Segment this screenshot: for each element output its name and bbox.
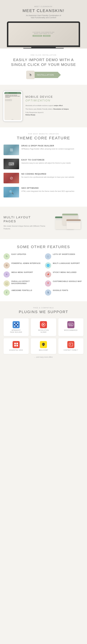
feature-desc-customize: Awesome easy-to-use options will adjust … <box>21 162 71 164</box>
svg-point-10 <box>43 344 43 344</box>
mockup-header-bar-3 <box>66 219 81 221</box>
feat-text-sticky: STICKY MENU INCLUDED <box>53 271 77 274</box>
hero-subtitle: MEET CLEANSKIN! <box>3 6 84 7</box>
feature-item-customize: ⌨ EASY TO CUSTOMIZE Awesome easy-to-use … <box>4 159 83 169</box>
feat-icon-googlemap: 📍 <box>45 280 51 286</box>
feat-item-admin: ⚙ POWERFUL ADMIN INTERFACE <box>4 262 42 268</box>
screen-buttons: DISCOVER MORE CONTACT US <box>33 35 54 37</box>
feat-icon-fontello: f <box>4 290 10 296</box>
feature-title-drag: DRAG & DROP PAGE BUILDER <box>21 144 74 147</box>
install-heading: EASILY IMPORT DEMO WITH ASINGLE CLICK OF… <box>4 58 83 67</box>
feat-label-parallax: PARALLAX EFFECT BACKGROUNDS <box>12 280 42 285</box>
plugin-name-wpbakery: WpBakeryPage Builder <box>5 329 27 333</box>
mockup-content-bar-3 <box>66 221 81 229</box>
feat-label-language: MULTI LANGUAGE SUPPORT <box>53 262 80 264</box>
feature-item-nocoding: ⊘ NO CODING REQUIRED No need to be a pro… <box>4 173 83 183</box>
features-grid: ↻ EASY UPDATES { } LOTS OF SHORTCODES ⚙ … <box>4 253 83 296</box>
core-heading: THEME CORE FEATURE <box>4 136 83 140</box>
laptop-screen-inner: CUSTOMIZE YOUR WEBSITE ANDBRING YOUR IDE… <box>8 23 79 46</box>
svg-rect-7 <box>14 345 16 346</box>
feature-desc-drag: WPBakery Page Builder offers amazing too… <box>21 148 74 150</box>
content-line-4 <box>63 216 77 216</box>
feat-icon-googlefonts: A <box>45 290 51 296</box>
multilayout-section: MULTI LAYOUTPAGES We create Several Uniq… <box>0 207 87 239</box>
plugin-icon-essential <box>13 341 20 348</box>
content-line-5 <box>63 216 77 217</box>
feature-img-nocoding: ⊘ <box>4 173 19 183</box>
feat-icon-updates: ↻ <box>4 253 10 260</box>
mockup-header-bar-2 <box>62 214 78 215</box>
wb-cell-2 <box>16 323 17 324</box>
feat-icon-language: 🌐 <box>45 262 51 268</box>
install-button[interactable]: Installation <box>34 72 58 78</box>
svg-rect-8 <box>16 345 18 346</box>
feat-label-fontello: AWESOME FONTELLO <box>12 290 32 292</box>
plugins-more: ... and many more offers <box>4 356 83 358</box>
wb-cell-3 <box>17 323 18 324</box>
feat-label-shortcodes: LOTS OF SHORTCODES <box>53 253 75 256</box>
plugin-name-cf7: Contact Form 7 <box>60 349 82 351</box>
svg-rect-6 <box>16 343 18 344</box>
other-features-heading: SOME OTHER FEATURES <box>4 245 83 249</box>
feat-text-shortcodes: LOTS OF SHORTCODES <box>53 253 75 256</box>
feat-label-googlefonts: GOOGLE FONTS <box>53 290 68 292</box>
plugins-grid: WpBakeryPage Builder RevolutionSlider WO… <box>4 318 83 354</box>
plugins-label: Free & Compatible <box>4 307 83 308</box>
plugin-icon-wpbakery <box>13 321 20 328</box>
mailchimp-svg <box>41 342 46 347</box>
phone-dot-1 <box>12 119 12 120</box>
plugin-item-mailchimp: MailChimp <box>31 338 56 354</box>
install-arrow <box>58 72 61 78</box>
mockup-stack <box>55 212 83 234</box>
feat-text-googlefonts: GOOGLE FONTS <box>53 290 68 292</box>
wb-cell-1 <box>14 323 15 324</box>
feature-item-seo: 🔍 SEO OPTIMIZED HTML code integrated int… <box>4 187 83 198</box>
feature-text-drag: DRAG & DROP PAGE BUILDER WPBakery Page B… <box>21 144 74 150</box>
wb-row-2 <box>14 324 18 325</box>
plugin-icon-woocommerce: WOO <box>67 321 74 328</box>
feat-label-updates: EASY UPDATES <box>12 253 26 256</box>
hero-heading: MEET CLEANSKIN! <box>3 8 84 13</box>
feat-icon-megamenu: ≡ <box>4 271 10 278</box>
hero-tagline: An Awesome User-Friendly Combination ofV… <box>3 14 84 18</box>
screen-text: CUSTOMIZE YOUR WEBSITE ANDBRING YOUR IDE… <box>33 32 54 37</box>
svg-point-11 <box>44 344 44 344</box>
nav-dot-3 <box>19 93 19 93</box>
wb-cell-7 <box>14 326 15 327</box>
mobile-feature-3: Fully-Responsive layout &Retina Ready <box>26 111 84 116</box>
mobile-heading: MOBILE DEVICEOPTIMIZATION <box>26 95 84 102</box>
svg-point-3 <box>71 326 72 326</box>
feature-text-seo: SEO OPTIMIZED HTML code integrated into … <box>21 187 74 193</box>
seo-icon: 🔍 <box>9 190 14 194</box>
feature-img-drag: ⊞ <box>4 144 19 155</box>
install-section: One Click Installation EASILY IMPORT DEM… <box>0 48 87 85</box>
feature-title-nocoding: NO CODING REQUIRED <box>21 173 74 175</box>
feat-text-updates: EASY UPDATES <box>12 253 26 256</box>
other-features-section: SOME OTHER FEATURES ↻ EASY UPDATES { } L… <box>0 239 87 301</box>
drag-icon: ⊞ <box>10 148 13 152</box>
feat-item-shortcodes: { } LOTS OF SHORTCODES <box>45 253 83 260</box>
plugin-name-revolution: RevolutionSlider <box>32 329 55 333</box>
wb-cell-9 <box>17 326 18 327</box>
nav-dot-4 <box>20 93 20 93</box>
mobile-section: CleanSkin HANDMADE SOAP AND SKINCARE PRO… <box>0 85 87 127</box>
feat-icon-shortcodes: { } <box>45 253 51 260</box>
plugin-name-essential: Essential Grid <box>5 349 27 351</box>
screen-title: CUSTOMIZE YOUR WEBSITE ANDBRING YOUR IDE… <box>33 32 54 34</box>
feature-text-customize: EASY TO CUSTOMIZE Awesome easy-to-use op… <box>21 159 71 164</box>
plugin-item-essential: Essential Grid <box>4 338 29 354</box>
feat-icon-parallax: ◱ <box>4 280 10 286</box>
multilayout-text: MULTI LAYOUTPAGES We create Several Uniq… <box>4 215 52 230</box>
wb-row-3 <box>14 326 18 327</box>
plugin-icon-revolution <box>40 321 47 328</box>
phone-content-title: HANDMADE SOAP AND SKINCARE PRODUCTS MADE… <box>5 95 20 98</box>
plugin-item-revolution: RevolutionSlider <box>31 318 56 336</box>
content-line-6 <box>67 222 80 222</box>
plugins-heading: PLUGINS WE SUPPORT <box>4 310 83 314</box>
plugin-icon-mailchimp <box>40 341 47 348</box>
phone-discover-btn: DISCOVER MORE <box>5 99 12 101</box>
plugins-section: Free & Compatible PLUGINS WE SUPPORT <box>0 301 87 364</box>
feat-text-parallax: PARALLAX EFFECT BACKGROUNDS <box>12 280 42 285</box>
plugin-item-wpbakery: WpBakeryPage Builder <box>4 318 29 336</box>
plugin-item-cf7: 7 Contact Form 7 <box>58 338 83 354</box>
